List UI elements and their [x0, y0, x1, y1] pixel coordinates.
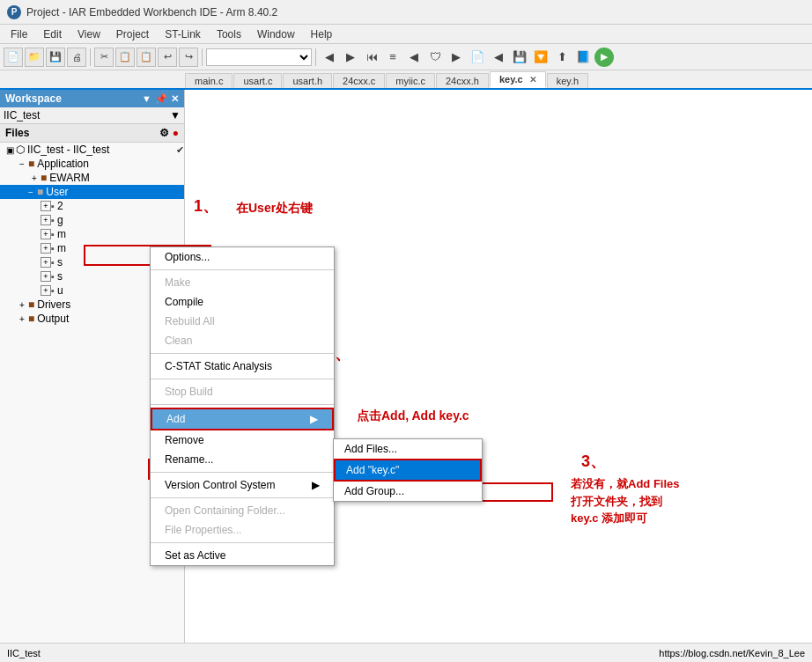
ctx-cstat[interactable]: C-STAT Static Analysis — [151, 357, 334, 376]
output-expand-icon[interactable]: + — [16, 314, 28, 324]
files-header: Files ⚙ ● — [0, 124, 184, 143]
user-expand-icon[interactable]: − — [25, 188, 37, 197]
root-expand-icon[interactable]: ▣ — [4, 145, 16, 155]
uc3-expand[interactable]: + — [41, 229, 51, 239]
menu-help[interactable]: Help — [304, 26, 340, 42]
ctx-compile[interactable]: Compile — [151, 292, 334, 312]
tree-ewarm[interactable]: + ■ EWARM — [0, 171, 184, 185]
nav-start-btn[interactable]: ⏮ — [362, 48, 381, 67]
uc4-file-icon: ▪ — [51, 243, 55, 254]
uc2-expand[interactable]: + — [41, 215, 51, 225]
submenu-add-group[interactable]: Add Group... — [334, 482, 482, 501]
menu-edit[interactable]: Edit — [36, 26, 69, 42]
copy-btn[interactable]: 📋 — [115, 48, 135, 67]
menu-file[interactable]: File — [4, 26, 34, 42]
nav-left2-btn[interactable]: ◀ — [489, 48, 508, 67]
tab-main-c[interactable]: main.c — [185, 73, 233, 88]
ctx-stop: Stop Build — [151, 382, 334, 401]
ctx-remove[interactable]: Remove — [151, 430, 334, 450]
tree-user[interactable]: − ■ User — [0, 185, 184, 199]
menu-view[interactable]: View — [70, 26, 107, 42]
menu-tools[interactable]: Tools — [210, 26, 248, 42]
ctx-sep2 — [151, 353, 334, 354]
menu-project[interactable]: Project — [109, 26, 156, 42]
download-btn[interactable]: 🔽 — [531, 48, 550, 67]
menu-bar: File Edit View Project ST-Link Tools Win… — [0, 25, 812, 44]
output-label: Output — [37, 313, 69, 325]
workspace-pin-icon[interactable]: ▼ — [142, 93, 151, 104]
nav-left-btn[interactable]: ◀ — [404, 48, 424, 67]
tree-root[interactable]: ▣ ⬡ IIC_test - IIC_test ✔ — [0, 143, 184, 157]
ctx-vcs-arrow: ▶ — [312, 479, 320, 491]
context-menu: Options... Make Compile Rebuild All Clea… — [150, 246, 335, 566]
tab-24cxx-c[interactable]: 24cxx.c — [333, 73, 385, 88]
shield-btn[interactable]: 🛡 — [425, 48, 445, 67]
drivers-folder-icon: ■ — [28, 298, 34, 311]
tree-user-child-3[interactable]: + ▪ m — [0, 227, 184, 241]
cut-btn[interactable]: ✂ — [94, 48, 114, 67]
uc5-file-icon: ▪ — [51, 257, 55, 268]
ewarm-label: EWARM — [49, 172, 90, 184]
app-expand-icon[interactable]: − — [16, 159, 28, 169]
undo-btn[interactable]: ↩ — [158, 48, 177, 67]
ws-dropdown[interactable]: IIC_test ▼ — [0, 107, 184, 124]
tree-user-child-1[interactable]: + ▪ 2 — [0, 199, 184, 213]
ctx-clean: Clean — [151, 331, 334, 350]
uc1-expand[interactable]: + — [41, 201, 51, 211]
ctx-options[interactable]: Options... — [151, 247, 334, 267]
submenu-add-keyc[interactable]: Add "key.c" — [334, 459, 482, 482]
config-dropdown[interactable] — [206, 48, 312, 66]
print-btn[interactable]: 🖨 — [67, 48, 86, 67]
workspace-header: Workspace ▼ 📌 ✕ — [0, 90, 184, 107]
tab-close-key-c[interactable]: ✕ — [529, 75, 536, 85]
book-btn[interactable]: 📘 — [573, 48, 593, 67]
uc6-expand[interactable]: + — [41, 271, 51, 282]
tab-myiic-c[interactable]: myiic.c — [386, 73, 435, 88]
workspace-close-icon[interactable]: ✕ — [171, 93, 179, 105]
ctx-add[interactable]: Add ▶ — [151, 408, 334, 430]
menu-stlink[interactable]: ST-Link — [158, 26, 208, 42]
new-btn[interactable]: 📄 — [4, 48, 23, 67]
ctx-file-props: File Properties... — [151, 520, 334, 540]
ctx-vcs[interactable]: Version Control System ▶ — [151, 475, 334, 495]
tree-application[interactable]: − ■ Application — [0, 157, 184, 171]
sep1 — [90, 48, 91, 66]
nav-right2-btn[interactable]: ▶ — [447, 48, 466, 67]
gear-icon[interactable]: ⚙ — [159, 127, 169, 139]
dot-icon: ● — [173, 127, 179, 139]
menu-window[interactable]: Window — [250, 26, 302, 42]
submenu-add-files[interactable]: Add Files... — [334, 439, 482, 459]
paste-btn[interactable]: 📋 — [137, 48, 156, 67]
app-folder-icon: ■ — [28, 158, 34, 170]
uc2-label: g — [57, 214, 63, 226]
submenu: Add Files... Add "key.c" Add Group... — [333, 438, 483, 502]
tab-usart-c[interactable]: usart.c — [233, 73, 282, 88]
uc7-expand[interactable]: + — [41, 285, 51, 296]
open-btn[interactable]: 📁 — [25, 48, 44, 67]
save-btn[interactable]: 💾 — [46, 48, 65, 67]
ctx-rename[interactable]: Rename... — [151, 450, 334, 469]
uc4-label: m — [57, 242, 66, 254]
tab-key-h[interactable]: key.h — [547, 73, 588, 88]
ws-dropdown-arrow: ▼ — [170, 109, 181, 121]
drivers-expand-icon[interactable]: + — [16, 300, 28, 310]
tab-key-c[interactable]: key.c ✕ — [490, 71, 546, 88]
ctx-sep7 — [151, 542, 334, 543]
tab-usart-h[interactable]: usart.h — [283, 73, 332, 88]
workspace-pin2-icon[interactable]: 📌 — [155, 93, 167, 105]
save2-btn[interactable]: 💾 — [510, 48, 529, 67]
play-btn[interactable]: ▶ — [594, 48, 614, 67]
tab-24cxx-h[interactable]: 24cxx.h — [436, 73, 489, 88]
redo-btn[interactable]: ↪ — [179, 48, 198, 67]
nav-fwd-btn[interactable]: ▶ — [341, 48, 360, 67]
uc5-expand[interactable]: + — [41, 257, 51, 268]
doc-btn[interactable]: 📄 — [468, 48, 487, 67]
nav-list-btn[interactable]: ≡ — [383, 48, 402, 67]
nav-back-btn[interactable]: ◀ — [320, 48, 339, 67]
ewarm-folder-icon: ■ — [41, 172, 47, 184]
ewarm-expand-icon[interactable]: + — [28, 173, 41, 183]
up-btn[interactable]: ⬆ — [552, 48, 572, 67]
ctx-set-active[interactable]: Set as Active — [151, 546, 334, 565]
tree-user-child-2[interactable]: + ▪ g — [0, 213, 184, 227]
uc4-expand[interactable]: + — [41, 243, 51, 254]
